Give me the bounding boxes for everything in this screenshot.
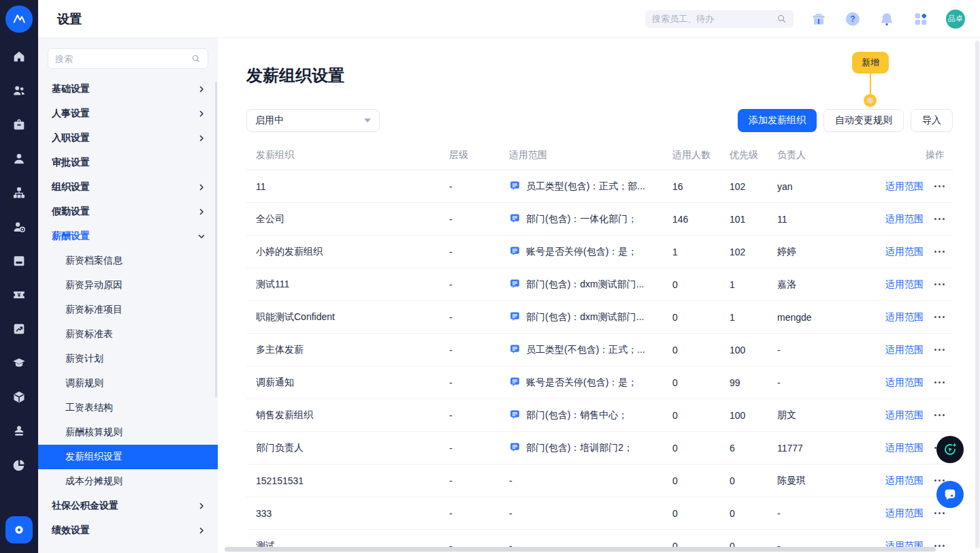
status-filter-select[interactable]: 启用中 (246, 109, 380, 132)
org-priority: 99 (723, 377, 770, 388)
more-dots-icon[interactable] (933, 511, 946, 516)
chevron-right-icon (197, 526, 206, 535)
more-dots-icon[interactable] (933, 315, 946, 319)
global-search-input[interactable] (652, 14, 777, 24)
scope-link[interactable]: 适用范围 (885, 246, 924, 258)
scope-link[interactable]: 适用范围 (885, 344, 924, 356)
sidebar-item-performance-settings[interactable]: 绩效设置 (38, 518, 218, 543)
scope-link[interactable]: 适用范围 (885, 409, 924, 422)
pie-chart-icon[interactable] (0, 448, 38, 482)
sidebar-subitem-salary-plan[interactable]: 薪资计划 (38, 347, 218, 371)
scope-link[interactable]: 适用范围 (885, 377, 924, 389)
sidebar-item-compensation-settings[interactable]: 薪酬设置 (38, 224, 218, 249)
sidebar-item-hr-settings[interactable]: 人事设置 (38, 101, 218, 126)
sidebar-item-onboarding-settings[interactable]: 入职设置 (38, 126, 218, 151)
scope-link[interactable]: 适用范围 (885, 279, 924, 291)
avatar[interactable]: 品卓 (946, 10, 965, 29)
auto-change-rule-button[interactable]: 自动变更规则 (823, 109, 904, 132)
gift-icon[interactable] (810, 10, 828, 28)
report-icon[interactable] (0, 312, 38, 346)
sidebar-item-org-settings[interactable]: 组织设置 (38, 175, 218, 200)
sidebar-item-social-insurance-settings[interactable]: 社保公积金设置 (38, 494, 218, 518)
org-chart-icon[interactable] (0, 176, 38, 210)
person-icon[interactable] (0, 142, 38, 176)
scope-link[interactable]: 适用范围 (885, 213, 924, 225)
sidebar-subitem-cost-allocation-rule[interactable]: 成本分摊规则 (38, 469, 218, 494)
payroll-ticket-icon[interactable]: ¥ (0, 278, 38, 312)
sidebar-subitem-salary-change-reason[interactable]: 薪资异动原因 (38, 273, 218, 298)
vertical-scrollbar[interactable] (975, 41, 979, 548)
import-button[interactable]: 导入 (911, 109, 953, 132)
global-search[interactable] (645, 10, 794, 28)
sidebar-item-approval-settings[interactable]: 审批设置 (38, 151, 218, 175)
sidebar-subitem-salary-standard-item[interactable]: 薪资标准项目 (38, 298, 218, 322)
person-status-icon[interactable] (0, 210, 38, 244)
org-priority: 102 (723, 181, 770, 192)
scope-doc-icon (509, 376, 521, 390)
more-dots-icon[interactable] (933, 184, 946, 189)
scope-link[interactable]: 适用范围 (885, 311, 924, 323)
org-scope: 员工类型(包含)：正式；部... (502, 180, 666, 193)
org-priority: 101 (723, 214, 770, 225)
org-owner: yan (770, 181, 867, 192)
cube-icon[interactable] (0, 380, 38, 414)
more-dots-icon[interactable] (933, 413, 946, 417)
logo[interactable] (5, 5, 33, 33)
org-scope: - (502, 475, 666, 486)
scope-doc-icon (509, 343, 521, 357)
chevron-down-icon (197, 232, 206, 240)
calendar-icon[interactable] (0, 244, 38, 278)
org-count: 16 (666, 181, 723, 192)
settings-icon[interactable] (5, 516, 33, 543)
table-row: 333 - - 0 0 - 适用范围 (246, 497, 953, 530)
sidebar-search[interactable] (48, 48, 208, 69)
table-row: 职能测试Confident - 部门(包含)：dxm测试部门... 0 1 me… (246, 301, 953, 334)
sidebar-subitem-payroll-calc-rule[interactable]: 薪酬核算规则 (38, 420, 218, 445)
org-scope: 部门(包含)：销售中心； (502, 409, 666, 422)
org-level: - (442, 508, 502, 519)
briefcase-icon[interactable] (0, 108, 38, 142)
scope-link[interactable]: 适用范围 (885, 442, 924, 454)
people-icon[interactable] (0, 74, 38, 108)
org-priority: 1 (723, 312, 770, 323)
apps-icon[interactable] (912, 10, 930, 28)
more-dots-icon[interactable] (933, 380, 946, 385)
org-count: 0 (666, 377, 723, 388)
org-level: - (442, 279, 502, 290)
org-name: 333 (246, 508, 442, 519)
scope-link[interactable]: 适用范围 (885, 475, 924, 487)
more-dots-icon[interactable] (933, 282, 946, 287)
org-scope: 部门(包含)：dxm测试部门... (502, 278, 666, 291)
scope-link[interactable]: 适用范围 (885, 507, 924, 520)
org-owner: - (770, 377, 867, 388)
scope-link[interactable]: 适用范围 (885, 180, 924, 193)
sidebar-item-basic-settings[interactable]: 基础设置 (38, 77, 218, 101)
more-dots-icon[interactable] (933, 249, 946, 254)
add-payroll-org-button[interactable]: 添加发薪组织 (738, 109, 817, 132)
home-icon[interactable] (0, 40, 38, 74)
sidebar-search-input[interactable] (55, 54, 191, 64)
org-owner: 陈曼琪 (770, 475, 867, 487)
org-scope: 部门(包含)：培训部门2； (502, 441, 666, 455)
search-icon (777, 14, 787, 24)
sidebar-subitem-payslip-structure[interactable]: 工资表结构 (38, 396, 218, 420)
sidebar-scrollbar[interactable] (215, 82, 217, 397)
more-dots-icon[interactable] (933, 217, 946, 221)
help-icon[interactable]: ? (844, 10, 862, 28)
sidebar-item-attendance-settings[interactable]: 假勤设置 (38, 200, 218, 224)
svg-text:?: ? (850, 14, 855, 24)
sidebar-subitem-salary-adjust-rule[interactable]: 调薪规则 (38, 371, 218, 396)
education-icon[interactable] (0, 346, 38, 380)
table-row: 小婷的发薪组织 - 账号是否关停(包含)：是； 1 102 婷婷 适用范围 (246, 236, 953, 268)
horizontal-scrollbar[interactable] (225, 547, 936, 552)
more-dots-icon[interactable] (933, 347, 946, 352)
chat-button[interactable] (936, 481, 964, 508)
org-priority: 0 (723, 475, 770, 486)
sidebar-subitem-salary-standard-table[interactable]: 薪资标准表 (38, 322, 218, 347)
bell-icon[interactable] (878, 10, 896, 28)
table-row: 部门负责人 - 部门(包含)：培训部门2； 0 6 11777 适用范围 (246, 432, 953, 464)
sidebar-subitem-salary-archive[interactable]: 薪资档案信息 (38, 249, 218, 273)
guide-button[interactable] (936, 436, 964, 463)
stamp-icon[interactable] (0, 414, 38, 448)
sidebar-subitem-payroll-org-settings[interactable]: 发薪组织设置 (38, 445, 218, 469)
